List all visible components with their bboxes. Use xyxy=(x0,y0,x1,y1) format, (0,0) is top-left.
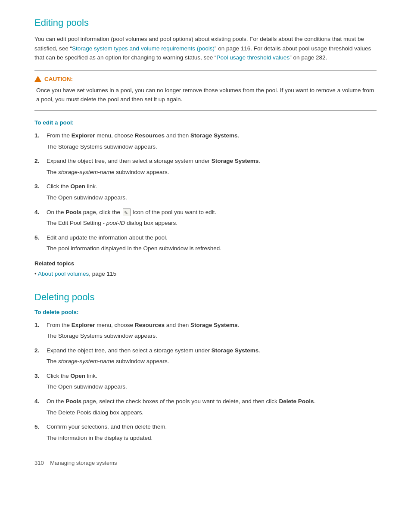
step-5-result: The pool information displayed in the Op… xyxy=(47,244,377,253)
editing-pools-intro: You can edit pool information (pool volu… xyxy=(34,34,377,62)
step-number-1: 1. xyxy=(34,131,47,151)
step-number-5: 5. xyxy=(34,233,47,253)
step-3-result: The Open subwindow appears. xyxy=(47,193,377,202)
edit-step-2: 2. Expand the object tree, and then sele… xyxy=(34,156,377,177)
edit-step-3: 3. Click the Open link. The Open subwind… xyxy=(34,182,377,202)
related-item-1-suffix: , page 115 xyxy=(89,271,116,277)
link-storage-system-types[interactable]: Storage system types and volume requirem… xyxy=(72,45,215,52)
delete-step-2-content: Expand the object tree, and then select … xyxy=(47,346,377,366)
caution-triangle-icon xyxy=(34,76,41,82)
delete-step-2: 2. Expand the object tree, and then sele… xyxy=(34,346,377,366)
caution-header: CAUTION: xyxy=(34,76,377,82)
step-number-2: 2. xyxy=(34,156,47,177)
delete-step-4-result: The Delete Pools dialog box appears. xyxy=(47,408,377,417)
delete-step-3: 3. Click the Open link. The Open subwind… xyxy=(34,371,377,392)
delete-step-3-content: Click the Open link. The Open subwindow … xyxy=(47,371,377,392)
step-number-4: 4. xyxy=(34,208,47,228)
delete-step-1: 1. From the Explorer menu, choose Resour… xyxy=(34,320,377,341)
delete-step-4-text: On the Pools page, select the check boxe… xyxy=(47,398,315,404)
caution-box: CAUTION: Once you have set volumes in a … xyxy=(34,70,377,111)
step-5-text: Edit and update the information about th… xyxy=(47,234,168,241)
deleting-pools-title: Deleting pools xyxy=(34,292,377,303)
step-2-content: Expand the object tree, and then select … xyxy=(47,156,377,177)
edit-step-5: 5. Edit and update the information about… xyxy=(34,233,377,253)
related-item-1: About pool volumes, page 115 xyxy=(34,269,377,279)
delete-pool-procedure-title: To delete pools: xyxy=(34,309,377,315)
step-5-content: Edit and update the information about th… xyxy=(47,233,377,253)
edit-step-4: 4. On the Pools page, click the icon of … xyxy=(34,208,377,228)
page-footer: 310 Managing storage systems xyxy=(34,460,377,466)
delete-step-number-1: 1. xyxy=(34,320,47,341)
delete-step-5-content: Confirm your selections, and then delete… xyxy=(47,422,377,442)
delete-step-2-result: The storage-system-name subwindow appear… xyxy=(47,357,377,366)
delete-step-5-text: Confirm your selections, and then delete… xyxy=(47,423,167,430)
step-4-content: On the Pools page, click the icon of the… xyxy=(47,208,377,228)
delete-step-number-4: 4. xyxy=(34,397,47,417)
delete-step-1-content: From the Explorer menu, choose Resources… xyxy=(47,320,377,341)
delete-step-3-result: The Open subwindow appears. xyxy=(47,382,377,392)
step-2-text: Expand the object tree, and then select … xyxy=(47,158,260,164)
link-pool-usage-threshold[interactable]: Pool usage threshold values xyxy=(217,54,290,61)
step-1-text: From the Explorer menu, choose Resources… xyxy=(47,132,239,139)
delete-step-number-2: 2. xyxy=(34,346,47,366)
delete-step-4: 4. On the Pools page, select the check b… xyxy=(34,397,377,417)
page-number: 310 xyxy=(34,460,44,466)
delete-step-1-result: The Storage Systems subwindow appears. xyxy=(47,331,377,341)
caution-label: CAUTION: xyxy=(44,76,73,82)
step-2-result: The storage-system-name subwindow appear… xyxy=(47,168,377,177)
edit-pool-icon xyxy=(123,208,131,216)
step-3-content: Click the Open link. The Open subwindow … xyxy=(47,182,377,202)
step-1-content: From the Explorer menu, choose Resources… xyxy=(47,131,377,151)
step-3-text: Click the Open link. xyxy=(47,183,97,190)
page-label: Managing storage systems xyxy=(50,460,117,466)
step-4-result: The Edit Pool Setting - pool-ID dialog b… xyxy=(47,218,377,228)
caution-body-text: Once you have set volumes in a pool, you… xyxy=(34,86,377,104)
related-topics-list: About pool volumes, page 115 xyxy=(34,269,377,279)
edit-pool-procedure-title: To edit a pool: xyxy=(34,119,377,126)
step-number-3: 3. xyxy=(34,182,47,202)
delete-step-3-text: Click the Open link. xyxy=(47,373,97,379)
step-4-text: On the Pools page, click the icon of the… xyxy=(47,209,216,215)
delete-step-number-5: 5. xyxy=(34,422,47,442)
delete-step-5: 5. Confirm your selections, and then del… xyxy=(34,422,377,442)
editing-pools-title: Editing pools xyxy=(34,17,377,28)
related-topics-title: Related topics xyxy=(34,260,377,267)
edit-step-1: 1. From the Explorer menu, choose Resour… xyxy=(34,131,377,151)
delete-step-1-text: From the Explorer menu, choose Resources… xyxy=(47,322,239,328)
step-1-result: The Storage Systems subwindow appears. xyxy=(47,142,377,152)
delete-step-4-content: On the Pools page, select the check boxe… xyxy=(47,397,377,417)
delete-step-2-text: Expand the object tree, and then select … xyxy=(47,347,260,354)
edit-pool-steps: 1. From the Explorer menu, choose Resour… xyxy=(34,131,377,253)
delete-pool-steps: 1. From the Explorer menu, choose Resour… xyxy=(34,320,377,443)
delete-step-5-result: The information in the display is update… xyxy=(47,433,377,443)
link-about-pool-volumes[interactable]: About pool volumes xyxy=(38,271,89,277)
delete-step-number-3: 3. xyxy=(34,371,47,392)
